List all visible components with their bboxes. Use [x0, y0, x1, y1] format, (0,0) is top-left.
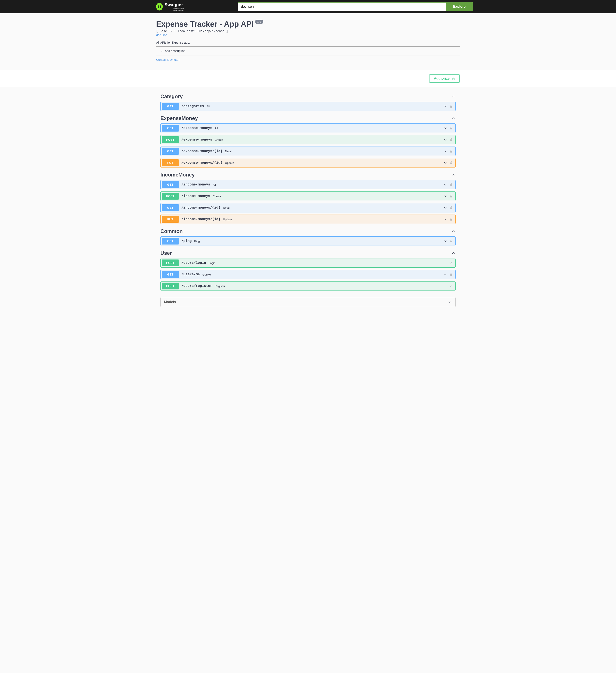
operation-summary: Update — [225, 161, 234, 165]
chevron-down-icon — [449, 284, 453, 288]
lock-icon[interactable] — [449, 104, 453, 108]
operation-row[interactable]: GET/categoriesAll — [161, 101, 455, 111]
tag-name: ExpenseMoney — [161, 115, 198, 121]
doc-json-link[interactable]: doc.json — [156, 33, 167, 37]
operation-row[interactable]: GET/users/meGetMe — [161, 270, 455, 279]
operation-path: /income-moneys — [182, 183, 210, 187]
method-badge: POST — [162, 259, 179, 266]
tag-section: ExpenseMoneyGET/expense-moneysAllPOST/ex… — [161, 113, 455, 168]
chevron-down-icon — [448, 300, 452, 304]
models-title: Models — [164, 300, 176, 304]
tag-section: UserPOST/users/loginLoginGET/users/meGet… — [161, 248, 455, 291]
operation-summary: Detail — [225, 150, 232, 153]
operation-summary: Update — [223, 218, 232, 221]
lock-icon[interactable] — [449, 239, 453, 243]
operation-summary: Login — [209, 261, 215, 265]
api-description: All APIs for Expense app. — [156, 41, 460, 44]
operation-path: /income-moneys/{id} — [182, 217, 220, 221]
logo[interactable]: { } Swagger Supported by SMARTBEAR — [156, 2, 184, 11]
chevron-down-icon — [443, 206, 447, 210]
swagger-logo-icon: { } — [156, 3, 163, 10]
lock-icon[interactable] — [449, 217, 453, 221]
lock-icon[interactable] — [449, 206, 453, 210]
operation-row[interactable]: POST/users/loginLogin — [161, 258, 455, 268]
chevron-down-icon — [449, 261, 453, 265]
operation-summary: Register — [215, 284, 225, 288]
operation-summary: All — [215, 127, 218, 130]
operation-path: /expense-moneys/{id} — [182, 149, 223, 153]
models-section[interactable]: Models — [161, 297, 455, 307]
tag-name: User — [161, 250, 172, 256]
method-badge: PUT — [162, 159, 179, 166]
spec-url-input[interactable] — [238, 2, 446, 11]
lock-icon[interactable] — [449, 126, 453, 130]
logo-subtitle: Supported by SMARTBEAR — [165, 7, 184, 11]
svg-rect-5 — [450, 163, 452, 164]
chevron-up-icon — [451, 94, 455, 98]
lock-icon[interactable] — [449, 138, 453, 142]
operation-path: /categories — [182, 104, 204, 108]
version-badge: 1.0 — [255, 20, 263, 24]
svg-rect-0 — [452, 78, 454, 80]
tag-name: Category — [161, 93, 183, 99]
operation-summary: GetMe — [202, 273, 211, 276]
base-url: [ Base URL: localhost:8001/app/expense ] — [156, 29, 460, 33]
operation-row[interactable]: GET/income-moneys/{id}Detail — [161, 203, 455, 212]
chevron-down-icon — [443, 183, 447, 187]
operation-path: /income-moneys — [182, 194, 210, 198]
method-badge: GET — [162, 271, 179, 278]
operation-row[interactable]: GET/expense-moneysAll — [161, 124, 455, 133]
method-badge: GET — [162, 204, 179, 211]
operation-path: /expense-moneys/{id} — [182, 161, 223, 165]
scheme-section: Authorize — [0, 70, 616, 87]
chevron-up-icon — [451, 229, 455, 233]
method-badge: GET — [162, 148, 179, 155]
svg-rect-9 — [450, 219, 452, 221]
svg-rect-6 — [450, 184, 452, 186]
lock-icon[interactable] — [449, 149, 453, 153]
operation-row[interactable]: GET/income-moneysAll — [161, 180, 455, 189]
method-badge: GET — [162, 103, 179, 110]
svg-rect-3 — [450, 140, 452, 141]
svg-rect-2 — [450, 128, 452, 130]
tag-name: Common — [161, 228, 183, 234]
operation-summary: All — [213, 183, 216, 186]
description-list-item: Add description — [165, 49, 460, 53]
tag-header[interactable]: IncomeMoney — [161, 170, 455, 180]
operation-summary: Create — [215, 138, 223, 142]
lock-icon[interactable] — [449, 161, 453, 165]
lock-icon[interactable] — [449, 183, 453, 187]
operation-row[interactable]: PUT/expense-moneys/{id}Update — [161, 158, 455, 168]
chevron-up-icon — [451, 251, 455, 255]
method-badge: GET — [162, 238, 179, 244]
operation-summary: Ping — [194, 240, 200, 243]
tag-header[interactable]: Common — [161, 226, 455, 236]
authorize-button[interactable]: Authorize — [429, 74, 460, 82]
operation-row[interactable]: POST/expense-moneysCreate — [161, 135, 455, 145]
svg-rect-1 — [450, 106, 452, 107]
method-badge: POST — [162, 193, 179, 200]
lock-icon[interactable] — [449, 272, 453, 276]
chevron-down-icon — [443, 149, 447, 153]
info-section: Expense Tracker - App API 1.0 [ Base URL… — [0, 13, 616, 70]
tag-header[interactable]: ExpenseMoney — [161, 113, 455, 124]
explore-button[interactable]: Explore — [446, 2, 473, 11]
tag-section: CategoryGET/categoriesAll — [161, 91, 455, 111]
operations-content: CategoryGET/categoriesAllExpenseMoneyGET… — [156, 87, 460, 311]
operation-path: /expense-moneys — [182, 138, 212, 142]
api-title: Expense Tracker - App API 1.0 — [156, 20, 263, 29]
chevron-up-icon — [451, 173, 455, 177]
operation-row[interactable]: GET/expense-moneys/{id}Detail — [161, 147, 455, 156]
operation-row[interactable]: POST/users/registerRegister — [161, 281, 455, 291]
lock-icon[interactable] — [449, 194, 453, 198]
operation-row[interactable]: POST/income-moneysCreate — [161, 192, 455, 201]
operation-path: /income-moneys/{id} — [182, 206, 220, 210]
operation-row[interactable]: PUT/income-moneys/{id}Update — [161, 215, 455, 224]
method-badge: GET — [162, 125, 179, 132]
tag-header[interactable]: User — [161, 248, 455, 258]
tag-section: IncomeMoneyGET/income-moneysAllPOST/inco… — [161, 170, 455, 224]
tag-header[interactable]: Category — [161, 91, 455, 101]
chevron-down-icon — [443, 239, 447, 243]
contact-link[interactable]: Contact Dev team — [156, 58, 180, 61]
operation-row[interactable]: GET/pingPing — [161, 236, 455, 246]
